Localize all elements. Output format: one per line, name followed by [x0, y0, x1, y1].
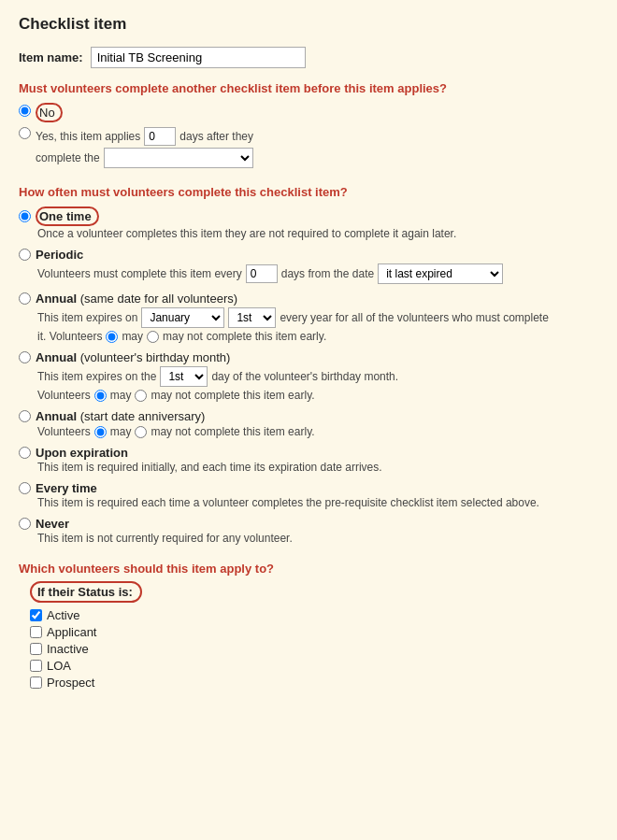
freq-annual-start-may-not-label[interactable]: may not [151, 425, 191, 438]
freq-annual-same-day-select[interactable]: 1st2nd3rd [228, 307, 276, 328]
prereq-question: Must volunteers complete another checkli… [19, 81, 598, 95]
freq-annual-same-month-select[interactable]: JanuaryFebruaryMarch AprilMayJune JulyAu… [141, 307, 224, 328]
item-name-input[interactable] [91, 47, 306, 68]
status-active-checkbox[interactable] [30, 609, 42, 621]
freq-annual-start-label: Annual [36, 409, 77, 423]
freq-annual-birthday-day-select[interactable]: 1st2nd3rd [160, 366, 208, 387]
prereq-yes-row: Yes, this item applies days after they [36, 127, 253, 146]
freq-periodic-block: Periodic Volunteers must complete this i… [19, 248, 598, 284]
prereq-no-label[interactable]: No [36, 103, 63, 122]
freq-periodic-from-select[interactable]: it last expired they were assigned they … [378, 263, 503, 284]
freq-periodic-days-input[interactable] [246, 264, 278, 283]
status-prospect-label[interactable]: Prospect [47, 676, 94, 690]
freq-every-time-radio[interactable] [19, 482, 31, 494]
freq-annual-start-desc: Volunteers may may not complete this ite… [19, 425, 598, 438]
prereq-days-input[interactable] [144, 127, 176, 146]
freq-annual-start-may-radio[interactable] [94, 426, 107, 438]
freq-annual-same-label: Annual [36, 292, 77, 306]
freq-annual-start-may-label[interactable]: may [110, 425, 132, 438]
page-title: Checklist item [19, 15, 598, 34]
freq-annual-birthday-row2: Volunteers may may not complete this ite… [37, 389, 598, 402]
freq-every-time-block: Every time This item is required each ti… [19, 481, 598, 509]
freq-annual-birthday-volunteers: Volunteers [37, 389, 91, 402]
freq-annual-birthday-row: Annual (volunteer's birthday month) [19, 350, 598, 364]
status-loa-label[interactable]: LOA [47, 659, 71, 673]
prereq-radio-group: No Yes, this item applies days after the… [19, 103, 598, 168]
status-inactive-checkbox[interactable] [30, 643, 42, 655]
freq-annual-same-may-not-radio[interactable] [147, 331, 159, 343]
prereq-yes-option: Yes, this item applies days after they c… [19, 125, 598, 168]
status-prospect-checkbox[interactable] [30, 676, 42, 689]
item-name-label: Item name: [19, 50, 83, 64]
freq-never-desc: This item is not currently required for … [19, 532, 598, 545]
freq-periodic-prefix: Volunteers must complete this item every [37, 267, 242, 280]
status-section-label-circled: If their Status is: [30, 581, 598, 603]
freq-one-time-row: One time [19, 206, 598, 226]
freq-periodic-suffix: days from the date [281, 267, 374, 280]
freq-annual-birthday-may-not-label[interactable]: may not [151, 389, 191, 402]
freq-annual-same-may-radio[interactable] [106, 331, 118, 343]
freq-never-radio[interactable] [19, 518, 31, 530]
status-prospect-option: Prospect [30, 676, 598, 690]
freq-upon-expiration-radio[interactable] [19, 447, 31, 459]
freq-annual-birthday-may-label[interactable]: may [110, 389, 132, 402]
freq-every-time-row: Every time [19, 481, 598, 495]
freq-never-block: Never This item is not currently require… [19, 517, 598, 545]
freq-annual-start-row: Annual (start date anniversary) [19, 409, 598, 423]
freq-annual-same-row: Annual (same date for all volunteers) [19, 292, 598, 306]
freq-annual-same-it: it. Volunteers [37, 330, 102, 343]
freq-annual-birthday-may-radio[interactable] [94, 390, 107, 402]
freq-one-time-block: One time Once a volunteer completes this… [19, 206, 598, 240]
prereq-yes-radio[interactable] [19, 127, 31, 139]
freq-one-time-circled: One time [36, 206, 99, 226]
freq-annual-same-prefix: This item expires on [37, 311, 137, 324]
freq-annual-start-may-not-radio[interactable] [135, 426, 147, 438]
prereq-complete-the-label: complete the [36, 151, 100, 164]
freq-annual-birthday-prefix: This item expires on the [37, 370, 156, 383]
status-applicant-checkbox[interactable] [30, 626, 42, 638]
status-applicant-option: Applicant [30, 625, 598, 639]
freq-annual-birthday-may-not-radio[interactable] [135, 390, 147, 402]
freq-upon-expiration-desc: This item is required initially, and eac… [19, 461, 598, 474]
status-loa-option: LOA [30, 659, 598, 673]
freq-annual-same-desc: This item expires on JanuaryFebruaryMarc… [19, 307, 598, 343]
status-loa-checkbox[interactable] [30, 660, 42, 672]
status-active-label[interactable]: Active [47, 608, 79, 622]
freq-upon-expiration-row: Upon expiration [19, 446, 598, 460]
status-inactive-label[interactable]: Inactive [47, 642, 89, 656]
freq-annual-birthday-label: Annual [36, 350, 77, 364]
freq-annual-same-row2: it. Volunteers may may not complete this… [37, 330, 598, 343]
freq-every-time-label: Every time [36, 481, 97, 495]
prereq-item-select[interactable] [104, 148, 253, 168]
freq-annual-same-may-not-label[interactable]: may not [163, 330, 203, 343]
status-inactive-option: Inactive [30, 642, 598, 656]
freq-one-time-radio[interactable] [19, 210, 31, 222]
freq-annual-birthday-suffix: day of the volunteer's birthday month. [211, 370, 398, 383]
freq-periodic-label: Periodic [36, 248, 83, 262]
status-applicant-label[interactable]: Applicant [47, 625, 96, 639]
freq-annual-start-block: Annual (start date anniversary) Voluntee… [19, 409, 598, 438]
prereq-no-circled: No [36, 103, 63, 122]
freq-periodic-radio[interactable] [19, 249, 31, 261]
freq-periodic-row: Periodic [19, 248, 598, 262]
freq-annual-same-block: Annual (same date for all volunteers) Th… [19, 292, 598, 343]
freq-annual-start-volunteers: Volunteers [37, 425, 91, 438]
frequency-question: How often must volunteers complete this … [19, 185, 598, 199]
prereq-no-radio[interactable] [19, 105, 31, 117]
freq-never-label: Never [36, 517, 69, 531]
freq-annual-start-complete-early: complete this item early. [194, 425, 315, 438]
freq-annual-same-suffix: every year for all of the volunteers who… [280, 311, 548, 324]
freq-upon-expiration-label: Upon expiration [36, 446, 128, 460]
freq-annual-start-note: (start date anniversary) [80, 409, 206, 423]
prereq-no-option: No [19, 103, 598, 122]
freq-annual-birthday-radio[interactable] [19, 351, 31, 363]
freq-annual-same-may-label[interactable]: may [122, 330, 143, 343]
freq-annual-birthday-block: Annual (volunteer's birthday month) This… [19, 350, 598, 402]
status-checkbox-group: Active Applicant Inactive LOA Prospect [30, 608, 598, 690]
freq-annual-start-radio[interactable] [19, 410, 31, 422]
freq-upon-expiration-block: Upon expiration This item is required in… [19, 446, 598, 474]
freq-annual-same-radio[interactable] [19, 292, 31, 305]
prereq-days-after-label: days after they [179, 130, 253, 143]
freq-annual-birthday-complete-early: complete this item early. [194, 389, 315, 402]
freq-annual-same-row1: This item expires on JanuaryFebruaryMarc… [37, 307, 598, 328]
